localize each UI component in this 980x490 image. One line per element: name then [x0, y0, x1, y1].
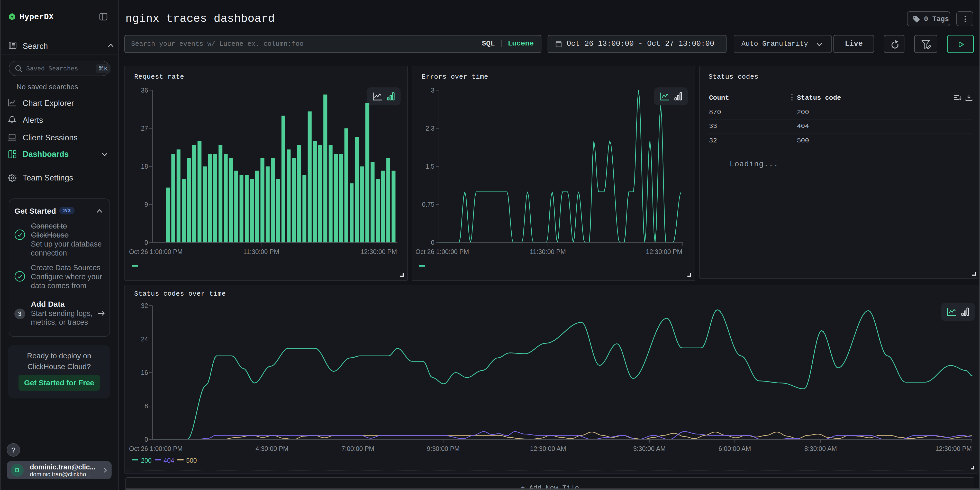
svg-text:Oct 26 1:00:00 PM: Oct 26 1:00:00 PM [129, 445, 183, 452]
svg-text:32: 32 [141, 302, 148, 309]
svg-text:0: 0 [145, 436, 148, 443]
svg-text:12:30:00 PM: 12:30:00 PM [360, 248, 397, 255]
svg-text:200: 200 [141, 457, 152, 464]
svg-text:36: 36 [141, 87, 148, 94]
svg-text:0.75: 0.75 [422, 201, 434, 208]
svg-text:11:30:00 PM: 11:30:00 PM [243, 248, 279, 255]
svg-text:8: 8 [145, 402, 148, 409]
svg-text:2.3: 2.3 [425, 125, 434, 132]
svg-text:9:30:00 PM: 9:30:00 PM [427, 445, 460, 452]
svg-text:11:30:00 PM: 11:30:00 PM [530, 248, 566, 255]
svg-text:6:00:00 AM: 6:00:00 AM [719, 445, 751, 452]
svg-text:3:30:00 AM: 3:30:00 AM [633, 445, 666, 452]
svg-text:1.5: 1.5 [425, 163, 434, 170]
svg-text:4:30:00 PM: 4:30:00 PM [256, 445, 288, 452]
svg-text:16: 16 [141, 369, 148, 376]
svg-text:3: 3 [431, 87, 434, 94]
svg-text:24: 24 [141, 336, 148, 343]
svg-text:7:00:00 PM: 7:00:00 PM [341, 445, 374, 452]
svg-text:0: 0 [431, 239, 434, 246]
svg-text:12:30:00 PM: 12:30:00 PM [935, 445, 972, 452]
svg-text:27: 27 [141, 125, 148, 132]
svg-text:9: 9 [145, 201, 148, 208]
svg-text:Oct 26 1:00:00 PM: Oct 26 1:00:00 PM [415, 248, 469, 255]
svg-text:12:30:00 AM: 12:30:00 AM [530, 445, 566, 452]
svg-text:18: 18 [141, 163, 148, 170]
svg-text:Oct 26 1:00:00 PM: Oct 26 1:00:00 PM [129, 248, 183, 255]
svg-text:8:30:00 AM: 8:30:00 AM [804, 445, 837, 452]
svg-text:0: 0 [145, 239, 148, 246]
svg-text:12:30:00 PM: 12:30:00 PM [646, 248, 682, 255]
svg-text:500: 500 [186, 457, 197, 464]
svg-text:404: 404 [164, 457, 174, 464]
